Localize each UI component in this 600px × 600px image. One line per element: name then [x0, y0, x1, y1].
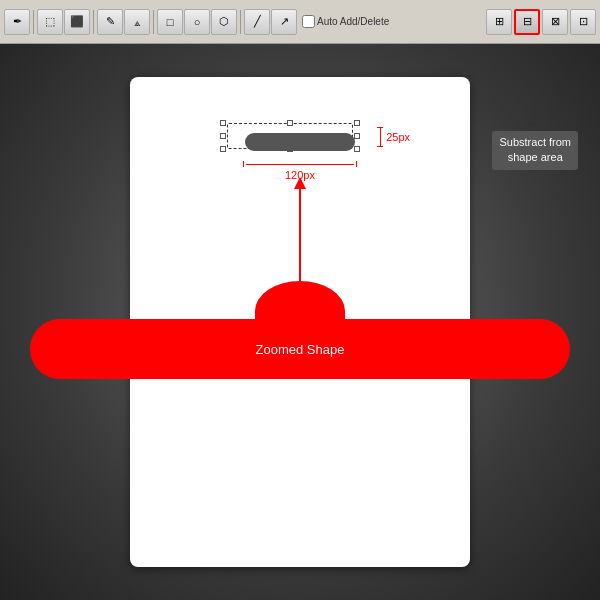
- path-tool[interactable]: ⟁: [124, 9, 150, 35]
- polygon-tool[interactable]: ⬡: [211, 9, 237, 35]
- handle-bot-left[interactable]: [220, 146, 226, 152]
- zoomed-shape: Zoomed Shape: [20, 314, 580, 384]
- shape-op-exclude[interactable]: ⊡: [570, 9, 596, 35]
- dim-tick-left: [243, 161, 244, 167]
- shape-op-subtract[interactable]: ⊟: [514, 9, 540, 35]
- tooltip-arrow: [527, 109, 543, 127]
- auto-add-delete-label[interactable]: Auto Add/Delete: [302, 15, 389, 28]
- height-dimension: 25px: [377, 127, 410, 147]
- tooltip: Substract fromshape area: [492, 109, 578, 170]
- canvas-area: 25px 120px Zoomed Shape: [0, 44, 600, 600]
- dim-vert-line: [380, 128, 381, 146]
- line-tool[interactable]: ╱: [244, 9, 270, 35]
- arrow-tool[interactable]: ↗: [271, 9, 297, 35]
- separator-2: [93, 10, 94, 34]
- auto-add-delete-checkbox[interactable]: [302, 15, 315, 28]
- small-pill-shape: [245, 133, 355, 151]
- small-shape-container: 25px 120px: [235, 127, 365, 181]
- shape-op-union[interactable]: ⊞: [486, 9, 512, 35]
- shape-ops-group: ⊞ ⊟ ⊠ ⊡: [486, 9, 596, 35]
- handle-bot-right[interactable]: [354, 146, 360, 152]
- rect-tool[interactable]: □: [157, 9, 183, 35]
- pen-tool[interactable]: ✒: [4, 9, 30, 35]
- handle-top-mid[interactable]: [287, 120, 293, 126]
- drawing-tools: ✒ ⬚ ⬛ ✎ ⟁ □ ○ ⬡ ╱ ↗: [4, 9, 297, 35]
- handle-mid-left[interactable]: [220, 133, 226, 139]
- select-tool-2[interactable]: ⬛: [64, 9, 90, 35]
- separator-4: [240, 10, 241, 34]
- toolbar: ✒ ⬚ ⬛ ✎ ⟁ □ ○ ⬡ ╱ ↗ Auto Add/Delete ⊞ ⊟ …: [0, 0, 600, 44]
- height-label: 25px: [386, 131, 410, 143]
- small-shape[interactable]: 25px: [235, 127, 365, 157]
- zoomed-shape-label: Zoomed Shape: [256, 342, 345, 357]
- dim-tick-bot: [377, 146, 383, 147]
- shape-op-intersect[interactable]: ⊠: [542, 9, 568, 35]
- separator-3: [153, 10, 154, 34]
- ellipse-tool[interactable]: ○: [184, 9, 210, 35]
- handle-top-right[interactable]: [354, 120, 360, 126]
- tooltip-text: Substract fromshape area: [499, 136, 571, 163]
- handle-top-left[interactable]: [220, 120, 226, 126]
- auto-add-delete-text: Auto Add/Delete: [317, 16, 389, 27]
- dim-tick-right: [356, 161, 357, 167]
- separator-1: [33, 10, 34, 34]
- select-tool-1[interactable]: ⬚: [37, 9, 63, 35]
- dim-horiz-line: [246, 164, 354, 165]
- handle-mid-right[interactable]: [354, 133, 360, 139]
- height-dim-line: [377, 127, 383, 147]
- tooltip-box: Substract fromshape area: [492, 131, 578, 170]
- width-dim-line: [243, 161, 357, 167]
- big-pill-shape: Zoomed Shape: [30, 319, 570, 379]
- node-tool[interactable]: ✎: [97, 9, 123, 35]
